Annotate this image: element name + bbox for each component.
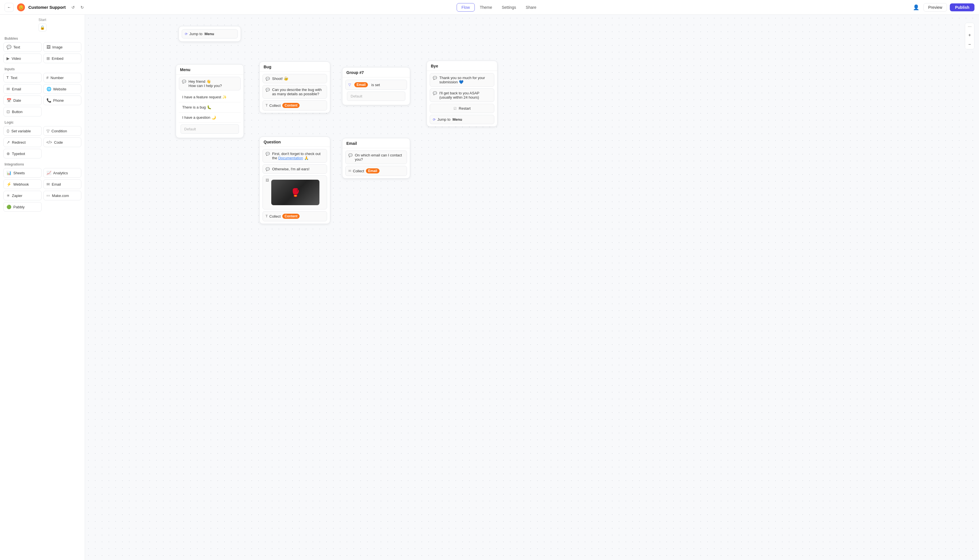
email-collect-icon: ✉: [349, 169, 351, 173]
bug-describe-text: Can you describe the bug with as many de…: [272, 88, 324, 96]
node-group7[interactable]: Group #7 ▽ Email is set Default: [342, 67, 410, 105]
question-ears: 💬 Otherwise, I'm all ears!: [262, 164, 327, 174]
image-row-icon: 🖼: [265, 178, 269, 182]
bye-jump-label: Jump to Menu: [437, 117, 462, 122]
menu-default: Default: [180, 124, 239, 134]
sidebar-item-image[interactable]: 🖼 Image: [43, 42, 82, 52]
email-collect: ✉ Collect Email: [345, 166, 407, 176]
sidebar-item-email[interactable]: ✉ Email: [3, 84, 42, 94]
menu-option-question[interactable]: I have a question 🌙: [179, 113, 241, 123]
sidebar-item-text-bubble[interactable]: 💬 Text: [3, 42, 42, 52]
node-bye[interactable]: Bye 💬 Thank you so much for your submiss…: [427, 61, 497, 127]
sidebar-item-condition[interactable]: ▽ Condition: [43, 126, 82, 136]
sidebar-item-date[interactable]: 📅 Date: [3, 95, 42, 105]
text-input-label: Text: [10, 76, 17, 80]
group7-filter: ▽ Email is set: [345, 80, 407, 90]
sidebar-item-embed[interactable]: ⊞ Embed: [43, 53, 82, 63]
sidebar-item-website[interactable]: 🌐 Website: [43, 84, 82, 94]
collect-label: Collect: [269, 103, 280, 108]
lock-icon[interactable]: 🔒: [38, 23, 47, 32]
back-icon: ←: [7, 5, 11, 9]
sidebar-item-zapier[interactable]: ✳ Zapier: [3, 191, 42, 200]
sidebar-item-phone[interactable]: 📞 Phone: [43, 95, 82, 105]
boxing-gif-inner: 🥊: [271, 180, 319, 205]
filter-icon: ▽: [349, 83, 351, 87]
is-set-text: is set: [371, 83, 380, 87]
inputs-grid: T Text # Number ✉ Email 🌐 Website 📅 Date…: [3, 73, 81, 117]
sidebar-item-pabbly[interactable]: 🟢 Pabbly: [3, 202, 42, 212]
collect-email-badge: Email: [366, 168, 380, 173]
redo-button[interactable]: ↻: [78, 3, 86, 11]
sidebar-item-set-variable[interactable]: ⟨⟩ Set variable: [3, 126, 42, 136]
zoom-more-button[interactable]: ···: [966, 23, 974, 30]
sidebar: Start 🔒 Bubbles 💬 Text 🖼 Image ▶ Video ⊞…: [0, 15, 85, 560]
email-input-icon: ✉: [7, 87, 10, 91]
tab-flow[interactable]: Flow: [457, 3, 475, 12]
node-jump-to-menu-top[interactable]: ⟳ Jump to Menu: [178, 26, 241, 42]
question-collect: T Collect Content: [262, 211, 327, 221]
chat-bubble-icon: 💬: [182, 80, 186, 83]
preview-button[interactable]: Preview: [924, 3, 947, 12]
sidebar-item-analytics[interactable]: 📈 Analytics: [43, 168, 82, 178]
flow-canvas[interactable]: ⟳ Jump to Menu Menu 💬 Hey friend 👋How ca…: [85, 15, 979, 560]
tab-theme[interactable]: Theme: [475, 3, 497, 11]
bug-shoot: 💬 Shoot! 🤕: [262, 74, 327, 83]
bubble-icon-4: 💬: [433, 91, 437, 95]
email-collect-label: Collect: [353, 169, 364, 173]
collect-label-2: Collect: [269, 214, 280, 218]
menu-greeting-text: Hey friend 👋How can I help you?: [188, 79, 222, 88]
video-label: Video: [12, 57, 21, 61]
undo-redo-group: ↺ ↻: [69, 3, 86, 11]
publish-button[interactable]: Publish: [950, 3, 974, 11]
sidebar-item-text-input[interactable]: T Text: [3, 73, 42, 82]
zoom-in-button[interactable]: +: [965, 31, 974, 40]
sidebar-item-typebot[interactable]: ⊗ Typebot: [3, 149, 42, 158]
bubble-icon-7: 💬: [349, 153, 353, 157]
email-body: 💬 On which email can I contact you? ✉ Co…: [342, 148, 410, 178]
canvas-inner: ⟳ Jump to Menu Menu 💬 Hey friend 👋How ca…: [85, 15, 595, 355]
sidebar-item-sheets[interactable]: 📊 Sheets: [3, 168, 42, 178]
node-bug[interactable]: Bug 💬 Shoot! 🤕 💬 Can you describe the bu…: [259, 62, 330, 113]
group7-default: Default: [347, 92, 405, 101]
sidebar-item-makecom[interactable]: ≡≡ Make.com: [43, 191, 82, 200]
webhook-label: Webhook: [13, 182, 29, 187]
bot-avatar: 😊: [17, 3, 25, 11]
back-button[interactable]: ←: [5, 3, 13, 12]
node-question[interactable]: Question 💬 First, don't forget to check …: [259, 137, 330, 224]
menu-option-feature[interactable]: I have a feature request ✨: [179, 92, 241, 102]
question-image-row: 🖼 🥊: [262, 175, 327, 210]
jump-to-menu-top-row: ⟳ Jump to Menu: [182, 29, 238, 38]
jump-label: Jump to Menu: [189, 32, 214, 36]
collaborators-icon[interactable]: 👤: [912, 3, 921, 12]
sidebar-item-number[interactable]: # Number: [43, 73, 82, 82]
menu-header: Menu: [176, 65, 243, 75]
collect-t-icon-2: T: [265, 214, 268, 218]
menu-greeting: 💬 Hey friend 👋How can I help you?: [179, 77, 241, 90]
makecom-icon: ≡≡: [47, 194, 50, 197]
sidebar-item-webhook[interactable]: ⚡ Webhook: [3, 179, 42, 189]
sidebar-item-redirect[interactable]: ↗ Redirect: [3, 137, 42, 147]
node-menu[interactable]: Menu 💬 Hey friend 👋How can I help you? I…: [176, 64, 244, 138]
tab-settings[interactable]: Settings: [497, 3, 521, 11]
sidebar-item-button[interactable]: ⊡ Button: [3, 107, 42, 117]
condition-label: Condition: [52, 129, 67, 133]
typebot-label: Typebot: [12, 152, 25, 156]
question-docs: 💬 First, don't forget to check out the D…: [262, 149, 327, 163]
embed-icon: ⊞: [47, 56, 50, 61]
phone-icon: 📞: [47, 98, 51, 103]
date-icon: 📅: [7, 98, 11, 103]
sidebar-item-email-int[interactable]: ✉ Email: [43, 179, 82, 189]
zoom-out-button[interactable]: −: [965, 40, 974, 49]
undo-button[interactable]: ↺: [69, 3, 77, 11]
menu-option-bug[interactable]: There is a bug 🐛: [179, 102, 241, 113]
webhook-icon: ⚡: [7, 182, 11, 187]
tab-share[interactable]: Share: [521, 3, 541, 11]
header-nav: Flow Theme Settings Share: [457, 3, 541, 12]
image-icon: 🖼: [47, 45, 50, 49]
node-email[interactable]: Email 💬 On which email can I contact you…: [342, 138, 410, 178]
sidebar-item-video[interactable]: ▶ Video: [3, 53, 42, 63]
jump-icon: ⟳: [185, 32, 188, 36]
bye-restart: ☑ Restart: [430, 104, 494, 113]
menu-body: 💬 Hey friend 👋How can I help you? I have…: [176, 75, 243, 138]
sidebar-item-code[interactable]: </> Code: [43, 137, 82, 147]
